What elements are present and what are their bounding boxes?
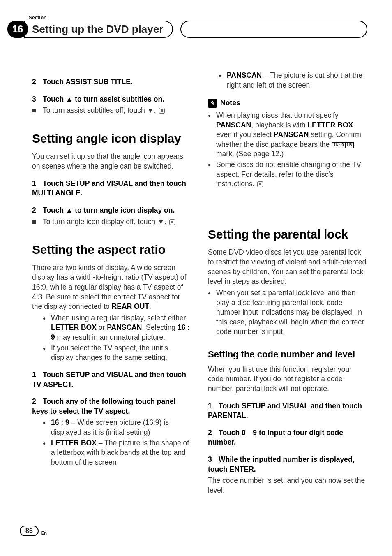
- step-text: Touch SETUP and VISUAL and then touch MU…: [32, 179, 186, 197]
- step: 2Touch ASSIST SUB TITLE.: [32, 77, 191, 87]
- notes-list: ● When playing discs that do not specify…: [208, 111, 367, 189]
- bullet-list: ● When using a regular display, select e…: [32, 313, 191, 363]
- end-of-section-icon: [169, 219, 175, 225]
- bullet-icon: ●: [43, 343, 51, 363]
- list-item: ● PANSCAN – The picture is cut short at …: [208, 71, 367, 90]
- bullet-icon: ●: [43, 418, 51, 437]
- aspect-mark-icon: 16 : 9LB: [332, 142, 354, 148]
- subheading-code: Setting the code number and level: [208, 348, 367, 361]
- step: 1Touch SETUP and VISUAL and then touch P…: [208, 401, 367, 421]
- step-text: Touch SETUP and VISUAL and then touch PA…: [208, 402, 362, 420]
- step-number: 3: [208, 455, 219, 465]
- page-number: 86: [20, 526, 39, 536]
- chapter-title: Setting up the DVD player: [24, 21, 173, 38]
- step: 2Touch any of the following touch panel …: [32, 397, 191, 416]
- step-text: Touch SETUP and VISUAL and then touch TV…: [32, 371, 186, 389]
- step-text: Touch ASSIST SUB TITLE.: [43, 78, 133, 86]
- step-number: 1: [208, 401, 219, 411]
- chapter-number-badge: 16: [7, 21, 28, 38]
- content-area: 2Touch ASSIST SUB TITLE. 3Touch ▲ to tur…: [32, 70, 367, 523]
- step: 2Touch 0—9 to input a four digit code nu…: [208, 428, 367, 447]
- page-header: 16 Setting up the DVD player: [7, 21, 367, 38]
- step-number: 2: [32, 77, 43, 87]
- right-column: ● PANSCAN – The picture is cut short at …: [208, 70, 367, 523]
- step-number: 2: [32, 397, 43, 407]
- page-footer: 86 En: [20, 526, 47, 536]
- bullet-list: ● When you set a parental lock level and…: [208, 288, 367, 337]
- heading-angle: Setting angle icon display: [32, 130, 191, 147]
- notes-icon: ✎: [208, 99, 217, 108]
- end-of-section-icon: [257, 181, 263, 187]
- list-item: ● 16 : 9 – Wide screen picture (16:9) is…: [32, 418, 191, 437]
- paragraph: The code number is set, and you can now …: [208, 476, 367, 495]
- step-text: Touch ▲ to turn angle icon display on.: [43, 206, 175, 214]
- heading-aspect: Setting the aspect ratio: [32, 241, 191, 258]
- list-item: ● Some discs do not enable changing of t…: [208, 160, 367, 189]
- notes-heading: ✎ Notes: [208, 98, 367, 108]
- step-text: Touch 0—9 to input a four digit code num…: [208, 429, 343, 447]
- step: 1Touch SETUP and VISUAL and then touch M…: [32, 179, 191, 198]
- step-number: 3: [32, 95, 43, 104]
- step-text: Touch any of the following touch panel k…: [32, 397, 175, 415]
- left-column: 2Touch ASSIST SUB TITLE. 3Touch ▲ to tur…: [32, 70, 191, 523]
- paragraph: There are two kinds of display. A wide s…: [32, 263, 191, 312]
- paragraph: Some DVD video discs let you use parenta…: [208, 248, 367, 287]
- step: 3Touch ▲ to turn assist subtitles on.: [32, 95, 191, 104]
- list-item: ● When playing discs that do not specify…: [208, 111, 367, 159]
- step: 2Touch ▲ to turn angle icon display on.: [32, 206, 191, 215]
- end-of-section-icon: [159, 108, 165, 114]
- step: 1Touch SETUP and VISUAL and then touch T…: [32, 370, 191, 389]
- paragraph: You can set it up so that the angle icon…: [32, 152, 191, 171]
- step-text: While the inputted number is displayed, …: [208, 455, 355, 473]
- list-item: ● LETTER BOX – The picture is the shape …: [32, 438, 191, 468]
- step: 3While the inputted number is displayed,…: [208, 455, 367, 474]
- bullet-icon: ●: [219, 71, 227, 90]
- section-label: Section: [29, 15, 46, 21]
- step-number: 1: [32, 370, 43, 380]
- option-list: ● 16 : 9 – Wide screen picture (16:9) is…: [32, 418, 191, 467]
- bullet-icon: ●: [208, 111, 216, 159]
- sub-point: ■ To turn angle icon display off, touch …: [32, 217, 191, 227]
- option-list: ● PANSCAN – The picture is cut short at …: [208, 71, 367, 90]
- step-text: Touch ▲ to turn assist subtitles on.: [43, 95, 164, 103]
- sub-point-text: To turn assist subtitles off, touch ▼.: [43, 106, 156, 114]
- sub-point-text: To turn angle icon display off, touch ▼.: [43, 218, 166, 226]
- heading-parental: Setting the parental lock: [208, 226, 367, 243]
- sub-point: ■ To turn assist subtitles off, touch ▼.: [32, 106, 191, 116]
- bullet-icon: ●: [43, 313, 51, 343]
- list-item: ● When using a regular display, select e…: [32, 313, 191, 343]
- bullet-icon: ■: [32, 106, 43, 116]
- bullet-icon: ●: [208, 288, 216, 337]
- step-number: 2: [208, 428, 219, 438]
- bullet-icon: ●: [208, 160, 216, 189]
- step-number: 1: [32, 179, 43, 189]
- list-item: ● If you select the TV aspect, the unit'…: [32, 343, 191, 363]
- page-language: En: [41, 531, 47, 536]
- paragraph: When you first use this function, regist…: [208, 365, 367, 394]
- list-item: ● When you set a parental lock level and…: [208, 288, 367, 337]
- notes-label: Notes: [220, 98, 240, 108]
- bullet-icon: ●: [43, 438, 51, 468]
- bullet-icon: ■: [32, 217, 43, 227]
- header-decoration: [180, 21, 367, 38]
- step-number: 2: [32, 206, 43, 215]
